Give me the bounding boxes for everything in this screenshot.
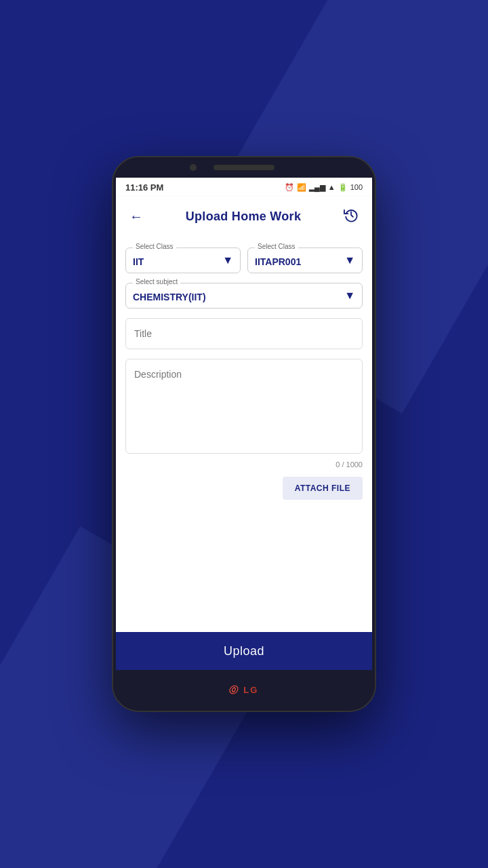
phone-device: 11:16 PM ⏰ 📶 ▂▄▆ ▲ 🔋 100 ← Upload Home W… [112,156,376,712]
status-time: 11:16 PM [125,182,163,193]
subject-label: Select subject [133,278,180,285]
class-label-1: Select Class [133,243,176,250]
upload-button[interactable]: Upload [224,644,264,658]
wifi-icon: ▲ [328,183,336,191]
class-dropdown-1[interactable]: Select Class IIT ▼ [125,248,241,273]
phone-screen: 11:16 PM ⏰ 📶 ▂▄▆ ▲ 🔋 100 ← Upload Home W… [116,178,372,670]
attach-area: ATTACH FILE [125,477,363,500]
char-count: 0 / 1000 [125,460,363,469]
alarm-icon: ⏰ [285,183,294,192]
title-input[interactable] [125,318,363,349]
class-select-1[interactable]: IIT [126,248,240,273]
status-bar: 11:16 PM ⏰ 📶 ▂▄▆ ▲ 🔋 100 [116,178,372,197]
description-wrapper [125,359,363,456]
volume-up-button [112,239,113,266]
volume-down-button [112,273,113,313]
class-dropdown-2[interactable]: Select Class IITAPR001 ▼ [247,248,363,273]
back-button[interactable]: ← [127,206,146,227]
history-button[interactable] [341,205,361,229]
app-header: ← Upload Home Work [116,197,372,237]
phone-speaker [214,165,274,170]
phone-top-bar [113,157,375,178]
app-content: ← Upload Home Work Select Class [116,197,372,670]
class-label-2: Select Class [255,243,298,250]
class-dropdowns-row: Select Class IIT ▼ Select Class IITAPR00… [125,248,363,273]
description-input[interactable] [125,359,363,454]
phone-bottom: ⓪ LG [113,670,375,711]
form-area: Select Class IIT ▼ Select Class IITAPR00… [116,237,372,632]
attach-file-button[interactable]: ATTACH FILE [283,477,363,500]
signal-icon: ▂▄▆ [309,183,325,192]
phone-brand: ⓪ LG [228,684,260,696]
power-button [375,252,376,300]
battery-level: 100 [350,183,363,191]
front-camera [190,164,197,171]
subject-select[interactable]: CHEMISTRY(IIT) [126,283,362,308]
status-icons: ⏰ 📶 ▂▄▆ ▲ 🔋 100 [285,183,363,192]
battery-icon: 🔋 [338,183,348,192]
class-select-2[interactable]: IITAPR001 [248,248,362,273]
subject-dropdown[interactable]: Select subject CHEMISTRY(IIT) ▼ [125,283,363,309]
upload-bar[interactable]: Upload [116,632,372,670]
page-title: Upload Home Work [186,210,301,224]
data-icon: 📶 [297,183,306,192]
